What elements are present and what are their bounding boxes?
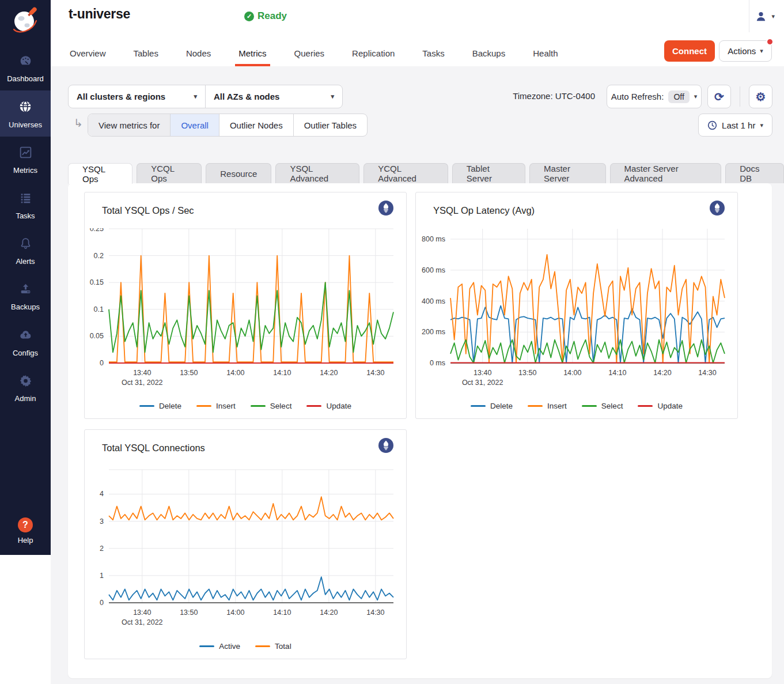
metric-tab-resource[interactable]: Resource bbox=[206, 163, 271, 183]
svg-text:13:50: 13:50 bbox=[180, 369, 198, 377]
chart-plot[interactable]: 0123413:40Oct 31, 202213:5014:0014:1014:… bbox=[85, 469, 406, 629]
sidebar-item-alerts[interactable]: Alerts bbox=[0, 228, 51, 273]
legend-item-delete[interactable]: Delete bbox=[471, 402, 513, 410]
sidebar-item-tasks[interactable]: Tasks bbox=[0, 182, 51, 228]
list-icon bbox=[18, 191, 33, 207]
sidebar-item-backups[interactable]: Backups bbox=[0, 273, 51, 319]
auto-refresh-control[interactable]: Auto Refresh: Off ▾ bbox=[607, 85, 702, 108]
tab-health[interactable]: Health bbox=[532, 43, 559, 66]
metric-tab-ycql-ops[interactable]: YCQL Ops bbox=[137, 163, 202, 183]
azs-nodes-select[interactable]: All AZs & nodes ▾ bbox=[205, 85, 342, 108]
caret-down-icon: ▾ bbox=[760, 122, 763, 129]
legend-label: Delete bbox=[490, 402, 513, 410]
settings-button[interactable]: ⚙ bbox=[749, 85, 772, 108]
svg-text:0.25: 0.25 bbox=[90, 228, 104, 233]
chart-icon bbox=[18, 145, 33, 162]
segment-overall[interactable]: Overall bbox=[170, 114, 219, 136]
connect-button[interactable]: Connect bbox=[664, 40, 715, 62]
sidebar-item-help[interactable]: ? Help bbox=[0, 517, 51, 545]
svg-text:14:00: 14:00 bbox=[226, 609, 244, 617]
metric-tab-docs-db[interactable]: Docs DB bbox=[725, 163, 784, 183]
legend-label: Total bbox=[275, 642, 291, 651]
metric-tab-tablet-server[interactable]: Tablet Server bbox=[452, 163, 525, 183]
legend-item-select[interactable]: Select bbox=[582, 402, 623, 410]
check-icon: ✓ bbox=[244, 12, 254, 21]
caret-down-icon: ▾ bbox=[194, 93, 197, 100]
metric-tab-ysql-advanced[interactable]: YSQL Advanced bbox=[275, 163, 359, 183]
scope-filters: All clusters & regions ▾ All AZs & nodes… bbox=[68, 85, 343, 108]
legend-label: Delete bbox=[159, 402, 181, 410]
tab-overview[interactable]: Overview bbox=[69, 43, 107, 66]
chart-title: Total YSQL Ops / Sec bbox=[102, 205, 194, 216]
legend-item-active[interactable]: Active bbox=[199, 642, 240, 651]
tab-tables[interactable]: Tables bbox=[132, 43, 160, 66]
metric-tab-ysql-ops[interactable]: YSQL Ops bbox=[68, 163, 132, 184]
status-text: Ready bbox=[257, 10, 287, 22]
legend-item-update[interactable]: Update bbox=[306, 402, 351, 410]
clusters-regions-select[interactable]: All clusters & regions ▾ bbox=[69, 85, 205, 108]
legend-item-select[interactable]: Select bbox=[251, 402, 292, 410]
legend-swatch bbox=[306, 405, 321, 407]
svg-text:14:20: 14:20 bbox=[653, 369, 671, 377]
legend-swatch bbox=[528, 405, 543, 407]
main-content: All clusters & regions ▾ All AZs & nodes… bbox=[51, 66, 784, 684]
svg-text:14:30: 14:30 bbox=[366, 609, 384, 617]
svg-text:Oct 31, 2022: Oct 31, 2022 bbox=[122, 379, 163, 387]
svg-text:2: 2 bbox=[100, 545, 104, 553]
user-menu[interactable]: ▾ bbox=[754, 9, 775, 23]
actions-button[interactable]: Actions ▾ bbox=[719, 40, 772, 62]
tab-replication[interactable]: Replication bbox=[351, 43, 396, 66]
view-metrics-segments: View metrics forOverallOutlier NodesOutl… bbox=[88, 114, 368, 137]
sidebar-item-metrics[interactable]: Metrics bbox=[0, 137, 51, 182]
legend-item-insert[interactable]: Insert bbox=[528, 402, 567, 410]
tab-tasks[interactable]: Tasks bbox=[421, 43, 445, 66]
prometheus-icon[interactable] bbox=[378, 201, 393, 216]
app-logo[interactable] bbox=[0, 2, 51, 38]
legend-label: Active bbox=[219, 642, 240, 651]
sidebar-item-label: Universes bbox=[9, 120, 42, 129]
legend-item-delete[interactable]: Delete bbox=[139, 402, 181, 410]
chart-plot[interactable]: 00.050.10.150.20.2513:40Oct 31, 202213:5… bbox=[85, 228, 406, 389]
metric-tab-ycql-advanced[interactable]: YCQL Advanced bbox=[363, 163, 448, 183]
metric-category-tabs: YSQL OpsYCQL OpsResourceYSQL AdvancedYCQ… bbox=[68, 163, 784, 184]
clusters-regions-value: All clusters & regions bbox=[77, 92, 165, 101]
svg-text:14:30: 14:30 bbox=[698, 369, 716, 377]
chart-legend: ActiveTotal bbox=[85, 642, 406, 651]
tab-queries[interactable]: Queries bbox=[293, 43, 326, 66]
sidebar-item-configs[interactable]: Configs bbox=[0, 319, 51, 365]
svg-text:13:40: 13:40 bbox=[133, 609, 151, 617]
svg-text:14:00: 14:00 bbox=[563, 369, 581, 377]
prometheus-icon[interactable] bbox=[710, 201, 725, 216]
sidebar-item-universes[interactable]: Universes bbox=[0, 90, 51, 137]
tab-nodes[interactable]: Nodes bbox=[185, 43, 212, 66]
legend-swatch bbox=[471, 405, 486, 407]
segment-outlier-tables[interactable]: Outlier Tables bbox=[293, 114, 367, 136]
svg-text:13:40: 13:40 bbox=[133, 369, 151, 377]
prometheus-icon[interactable] bbox=[378, 438, 393, 453]
rocket-globe-icon bbox=[9, 3, 41, 37]
segment-outlier-nodes[interactable]: Outlier Nodes bbox=[219, 114, 293, 136]
refresh-button[interactable]: ⟳ bbox=[707, 85, 731, 108]
svg-text:0: 0 bbox=[100, 599, 104, 607]
svg-text:13:50: 13:50 bbox=[180, 609, 198, 617]
legend-label: Update bbox=[326, 402, 351, 410]
metric-tab-master-server-advanced[interactable]: Master Server Advanced bbox=[610, 163, 722, 183]
tab-backups[interactable]: Backups bbox=[471, 43, 507, 66]
gear-icon bbox=[18, 373, 33, 390]
tab-metrics[interactable]: Metrics bbox=[237, 43, 267, 66]
sidebar-item-dashboard[interactable]: Dashboard bbox=[0, 45, 51, 90]
metrics-panel: Total YSQL Ops / Sec00.050.10.150.20.251… bbox=[68, 183, 772, 678]
caret-down-icon: ▾ bbox=[331, 93, 334, 100]
legend-item-total[interactable]: Total bbox=[255, 642, 291, 651]
legend-item-insert[interactable]: Insert bbox=[196, 402, 236, 410]
metric-tab-master-server[interactable]: Master Server bbox=[529, 163, 605, 183]
legend-item-update[interactable]: Update bbox=[638, 402, 683, 410]
sidebar: DashboardUniversesMetricsTasksAlertsBack… bbox=[0, 0, 51, 555]
branch-arrow-icon: ↳ bbox=[74, 116, 83, 130]
time-range-button[interactable]: Last 1 hr ▾ bbox=[698, 114, 772, 137]
chart-plot[interactable]: 0 ms200 ms400 ms600 ms800 ms13:40Oct 31,… bbox=[416, 228, 737, 389]
svg-text:14:10: 14:10 bbox=[273, 369, 291, 377]
app-window: DashboardUniversesMetricsTasksAlertsBack… bbox=[0, 0, 784, 684]
sidebar-nav: DashboardUniversesMetricsTasksAlertsBack… bbox=[0, 45, 51, 410]
sidebar-item-admin[interactable]: Admin bbox=[0, 365, 51, 410]
